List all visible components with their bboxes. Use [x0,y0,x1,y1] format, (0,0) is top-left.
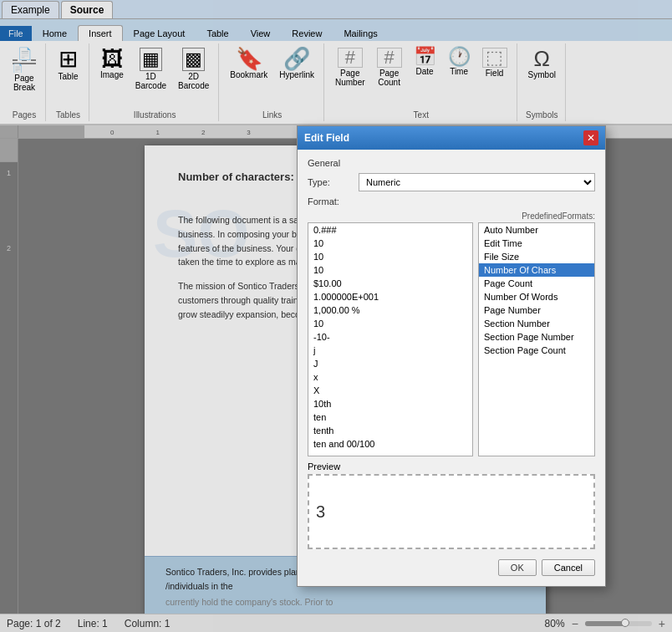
format-item-10c[interactable]: 10 [308,263,472,277]
cancel-button[interactable]: Cancel [542,559,595,576]
predefined-auto-number[interactable]: Auto Number [479,223,594,237]
format-item-tenth[interactable]: tenth [308,424,472,437]
format-item-J[interactable]: J [308,357,472,370]
format-item-tenand[interactable]: ten and 00/100 [308,437,472,451]
predefined-list[interactable]: Auto Number Edit Time File Size Number O… [478,222,595,456]
format-item-10d[interactable]: 10 [308,317,472,330]
dialog-format-row: Format: [308,196,595,206]
dialog-type-label: Type: [308,177,354,187]
format-item-dollar[interactable]: $10.00 [308,277,472,290]
format-item-j[interactable]: j [308,344,472,357]
predefined-section-page-number[interactable]: Section Page Number [479,330,594,344]
predefined-section-page-count[interactable]: Section Page Count [479,344,594,357]
format-item-10b[interactable]: 10 [308,250,472,263]
format-item-sci[interactable]: 1.000000E+001 [308,290,472,303]
predefined-file-size[interactable]: File Size [479,250,594,263]
format-item-10a[interactable]: 10 [308,237,472,250]
format-item-pct[interactable]: 1,000.00 % [308,303,472,317]
predefined-col-label: PredefinedFormats: [522,212,595,221]
ok-button[interactable]: OK [498,559,537,576]
dialog-format-label: Format: [308,196,354,206]
format-list[interactable]: 0.### 10 10 10 $10.00 1.000000E+001 1,00… [308,222,473,456]
dialog-buttons: OK Cancel [308,556,595,578]
format-item-10th[interactable]: 10th [308,397,472,410]
predefined-page-number[interactable]: Page Number [479,303,594,317]
predefined-number-of-chars[interactable]: Number Of Chars [479,263,594,277]
format-item-neg[interactable]: -10- [308,330,472,344]
edit-field-dialog: Edit Field ✕ General Type: Numeric Forma… [297,125,606,587]
preview-label: Preview [308,461,595,471]
preview-value: 3 [316,502,325,522]
predefined-edit-time[interactable]: Edit Time [479,237,594,250]
format-col-labels: PredefinedFormats: [308,212,595,221]
dialog-body: General Type: Numeric Format: Predefined… [298,150,605,586]
dialog-type-select[interactable]: Numeric [359,173,595,191]
predefined-section-number[interactable]: Section Number [479,317,594,330]
dialog-titlebar: Edit Field ✕ [298,126,605,150]
format-item-x[interactable]: x [308,370,472,384]
dialog-type-row: Type: Numeric [308,173,595,191]
predefined-page-count[interactable]: Page Count [479,277,594,290]
format-item-0###[interactable]: 0.### [308,223,472,237]
dialog-general-label: General [308,158,595,168]
dialog-lists: 0.### 10 10 10 $10.00 1.000000E+001 1,00… [308,222,595,456]
format-item-X[interactable]: X [308,384,472,397]
predefined-number-of-words[interactable]: Number Of Words [479,290,594,303]
format-item-ten[interactable]: ten [308,410,472,424]
dialog-close-button[interactable]: ✕ [583,130,598,145]
dialog-title: Edit Field [304,132,349,144]
preview-box: 3 [308,474,595,549]
